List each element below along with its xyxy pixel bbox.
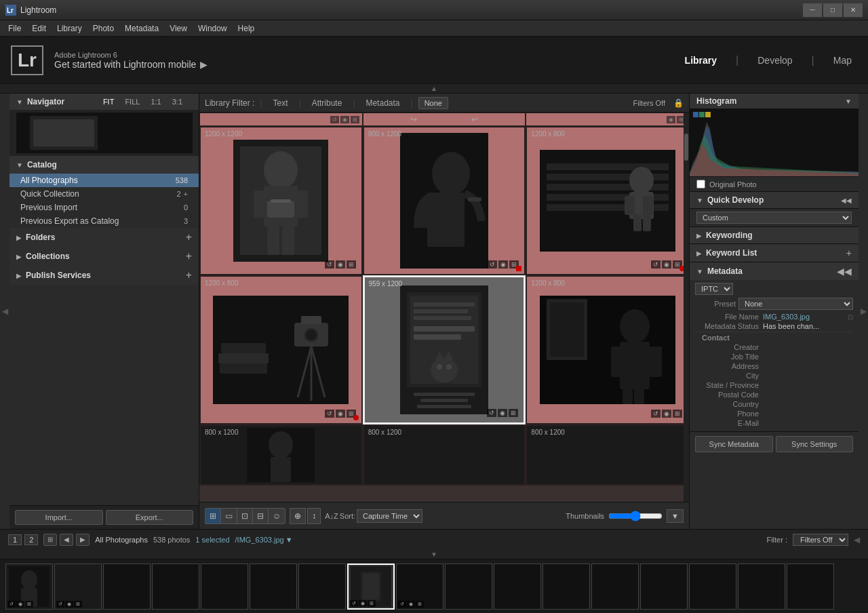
metadata-iptc-select[interactable]: IPTC <box>695 283 733 295</box>
filter-lock-icon[interactable]: 🔒 <box>673 98 684 108</box>
menu-library[interactable]: Library <box>52 22 87 35</box>
grid-scrollbar[interactable] <box>684 113 689 502</box>
collections-section-toggle[interactable]: ▶ Collections + <box>9 247 199 266</box>
rotate-icon-5[interactable]: ↺ <box>487 409 496 417</box>
grid-icon-5[interactable]: ⊞ <box>509 409 518 417</box>
compare-view-button[interactable]: ⊟ <box>253 509 269 523</box>
catalog-quick-collection[interactable]: Quick Collection 2 + <box>9 187 199 201</box>
filmstrip-thumb-9[interactable]: ↺ ◉ ⊞ <box>396 563 443 610</box>
menu-help[interactable]: Help <box>233 22 260 35</box>
sync-settings-button[interactable]: Sync Settings <box>776 436 854 452</box>
menu-file[interactable]: File <box>3 22 26 35</box>
menu-metadata[interactable]: Metadata <box>119 22 164 35</box>
page-2-button[interactable]: 2 <box>24 534 38 545</box>
page-1-button[interactable]: 1 <box>8 534 22 545</box>
filter-tab-none[interactable]: None <box>418 97 448 109</box>
filter-tab-attribute[interactable]: Attribute <box>307 97 348 109</box>
filter-tab-text[interactable]: Text <box>267 97 293 109</box>
export-button[interactable]: Export... <box>106 510 194 525</box>
panel-prev-button[interactable]: ◀ <box>60 534 73 546</box>
filmstrip-thumb-8[interactable]: ↺ ◉ ⊞ <box>347 563 395 610</box>
filter-tab-metadata[interactable]: Metadata <box>360 97 405 109</box>
status-filename-dropdown-icon[interactable]: ▼ <box>285 536 293 544</box>
badge-icon-5[interactable]: ◉ <box>498 409 507 417</box>
close-button[interactable]: ✕ <box>844 3 863 17</box>
publish-services-section-toggle[interactable]: ▶ Publish Services + <box>9 266 199 285</box>
keyword-list-header[interactable]: ▶ Keyword List + <box>690 243 859 262</box>
photo-cell-3[interactable]: 1200 x 800 <box>526 126 689 275</box>
grid-icon-6[interactable]: ⊞ <box>673 410 682 418</box>
status-filter-select[interactable]: Filters Off <box>793 534 848 546</box>
filmstrip-thumb-12[interactable] <box>542 563 590 610</box>
rotate-icon-3[interactable]: ↺ <box>651 260 660 269</box>
filmstrip-thumb-16[interactable] <box>738 563 785 610</box>
photo-cell-4[interactable]: 1200 x 800 <box>199 275 363 424</box>
filmstrip-collapse-arrow-icon[interactable]: ▼ <box>431 551 437 558</box>
sort-select[interactable]: Capture Time <box>357 509 422 523</box>
menu-photo[interactable]: Photo <box>87 22 119 35</box>
navigator-header[interactable]: ▼ Navigator FIT FILL 1:1 3:1 <box>9 94 199 110</box>
zoom-3to1-button[interactable]: 3:1 <box>170 96 185 107</box>
menu-view[interactable]: View <box>164 22 193 35</box>
filmstrip-thumb-2[interactable]: ↺ ◉ ⊞ <box>54 563 102 610</box>
filmstrip-thumb-17[interactable] <box>787 563 834 610</box>
module-tab-library[interactable]: Library <box>679 52 722 68</box>
original-photo-checkbox[interactable] <box>696 180 705 189</box>
badge-icon-2[interactable]: ◉ <box>498 260 508 269</box>
photo-cell-5[interactable]: 959 x 1200 <box>363 275 526 424</box>
maximize-button[interactable]: □ <box>823 3 842 17</box>
keywording-header[interactable]: ▶ Keywording <box>690 226 859 243</box>
grid-view-button[interactable]: ⊞ <box>205 509 221 523</box>
people-view-button[interactable]: ☺ <box>269 509 285 523</box>
import-button[interactable]: Import... <box>15 510 103 525</box>
photo-cell-6[interactable]: 1200 x 800 <box>526 275 689 424</box>
catalog-previous-import[interactable]: Previous Import 0 <box>9 201 199 214</box>
badge-icon-6[interactable]: ◉ <box>662 410 671 418</box>
filmstrip-thumb-13[interactable] <box>591 563 639 610</box>
photo-cell-8[interactable]: 800 x 1200 <box>363 424 526 486</box>
rotate-icon-4[interactable]: ↺ <box>325 410 334 418</box>
module-tab-develop[interactable]: Develop <box>752 52 797 68</box>
rotate-icon-2[interactable]: ↺ <box>488 260 497 269</box>
photo-cell-1[interactable]: 1200 x 1200 <box>199 126 363 275</box>
filmstrip-thumb-11[interactable] <box>494 563 541 610</box>
keyword-list-add-icon[interactable]: + <box>846 248 852 258</box>
menu-window[interactable]: Window <box>193 22 233 35</box>
filmstrip-thumb-3[interactable] <box>103 563 151 610</box>
folders-add-button[interactable]: + <box>186 231 192 243</box>
quick-develop-header[interactable]: ▼ Quick Develop ◀◀ <box>690 191 859 208</box>
thumbnail-size-slider[interactable] <box>608 511 663 521</box>
rotate-icon-6[interactable]: ↺ <box>651 410 660 418</box>
photo-cell-9[interactable]: 800 x 1200 <box>526 424 689 486</box>
filmstrip-thumb-6[interactable] <box>250 563 297 610</box>
quick-develop-collapse-icon[interactable]: ◀◀ <box>841 197 852 204</box>
folders-section-toggle[interactable]: ▶ Folders + <box>9 228 199 247</box>
grid-icon[interactable]: ⊞ <box>347 260 356 269</box>
loupe-view-button[interactable]: ▭ <box>221 509 237 523</box>
metadata-preset-select[interactable]: None <box>738 298 853 310</box>
publish-add-button[interactable]: + <box>186 269 192 281</box>
metadata-expand-icon[interactable]: ◀◀ <box>837 266 852 277</box>
filmstrip-thumb-7[interactable] <box>298 563 346 610</box>
right-panel-collapse-arrow[interactable]: ▶ <box>859 94 868 529</box>
filmstrip-thumb-4[interactable] <box>152 563 199 610</box>
metadata-filename-expand-icon[interactable]: ⊡ <box>848 313 853 321</box>
panel-grid-button[interactable]: ⊞ <box>43 534 57 546</box>
left-panel-collapse-arrow[interactable]: ◀ <box>0 94 9 529</box>
badge-icon-4[interactable]: ◉ <box>336 410 345 418</box>
collections-add-button[interactable]: + <box>186 250 192 262</box>
status-right-collapse-icon[interactable]: ◀ <box>854 535 860 545</box>
spray-tool-button[interactable]: ⊕ <box>290 508 306 524</box>
zoom-1to1-button[interactable]: 1:1 <box>148 96 163 107</box>
mobile-arrow-icon[interactable]: ▶ <box>200 59 208 70</box>
survey-view-button[interactable]: ⊡ <box>237 509 253 523</box>
minimize-button[interactable]: ─ <box>803 3 822 17</box>
zoom-fit-button[interactable]: FIT <box>100 96 117 107</box>
quick-develop-preset-select[interactable]: Custom <box>696 212 852 224</box>
catalog-prev-export[interactable]: Previous Export as Catalog 3 <box>9 214 199 228</box>
filmstrip-thumb-1[interactable]: ↺ ◉ ⊞ <box>5 563 53 610</box>
metadata-header[interactable]: ▼ Metadata ◀◀ <box>690 262 859 280</box>
filmstrip-thumb-10[interactable] <box>445 563 492 610</box>
filmstrip-thumb-15[interactable] <box>689 563 736 610</box>
badge-icon-3[interactable]: ◉ <box>662 260 671 269</box>
